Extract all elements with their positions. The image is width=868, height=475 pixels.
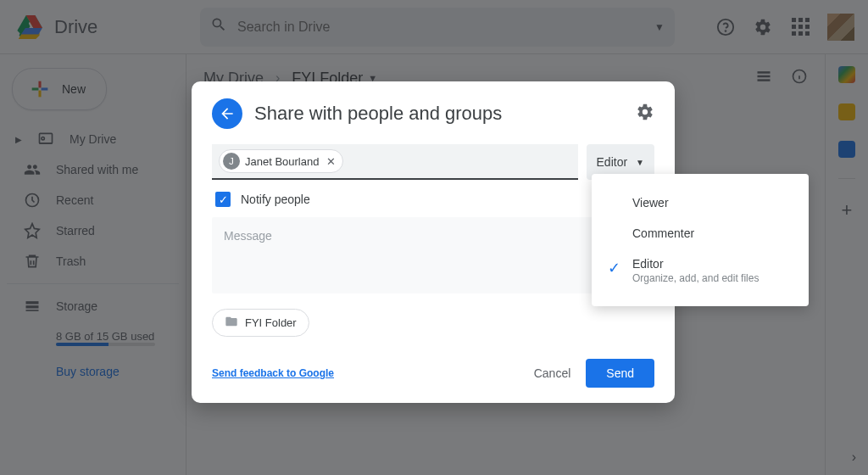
check-icon [605, 196, 622, 198]
dialog-title: Share with people and groups [254, 103, 624, 125]
back-button[interactable] [212, 98, 242, 129]
role-description: Organize, add, and edit files [632, 272, 792, 284]
remove-recipient-icon[interactable]: ✕ [326, 155, 336, 168]
folder-icon [225, 315, 238, 331]
cancel-button[interactable]: Cancel [519, 360, 587, 387]
recipients-field[interactable]: J Janet Bourland ✕ [212, 144, 578, 180]
check-icon: ✓ [605, 257, 622, 277]
shared-folder-chip: FYI Folder [212, 309, 309, 337]
share-settings-button[interactable] [636, 103, 654, 125]
chevron-down-icon: ▼ [636, 158, 644, 167]
role-button-label: Editor [597, 155, 628, 169]
role-option-viewer[interactable]: Viewer [592, 187, 809, 218]
notify-label: Notify people [241, 193, 310, 206]
role-option-editor[interactable]: ✓ Editor Organize, add, and edit files [592, 249, 809, 293]
feedback-link[interactable]: Send feedback to Google [212, 367, 334, 379]
role-name: Commenter [632, 226, 792, 240]
send-button[interactable]: Send [586, 359, 654, 388]
recipient-avatar: J [223, 153, 240, 170]
notify-row: ✓ Notify people [212, 180, 654, 217]
recipient-name: Janet Bourland [245, 155, 319, 168]
message-textarea[interactable]: Message [212, 217, 654, 293]
folder-name: FYI Folder [245, 316, 297, 329]
role-name: Viewer [632, 196, 792, 210]
role-option-commenter[interactable]: Commenter [592, 218, 809, 249]
role-name: Editor [632, 257, 792, 271]
check-icon [605, 226, 622, 228]
arrow-left-icon [219, 105, 236, 122]
recipient-chip: J Janet Bourland ✕ [219, 149, 343, 173]
gear-icon [636, 103, 654, 121]
message-placeholder: Message [224, 229, 272, 243]
notify-checkbox[interactable]: ✓ [215, 192, 231, 207]
role-dropdown-menu: Viewer Commenter ✓ Editor Organize, add,… [592, 174, 809, 306]
